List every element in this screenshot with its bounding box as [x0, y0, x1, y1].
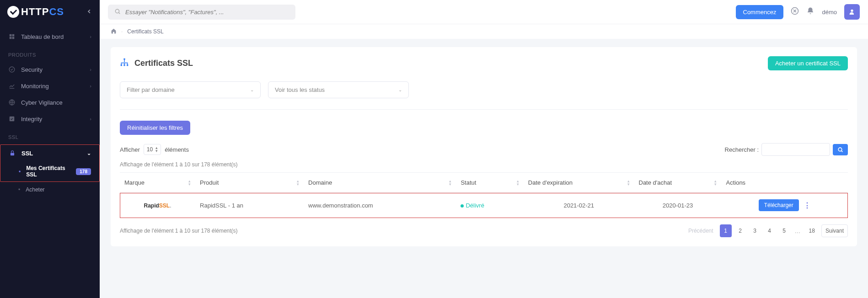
svg-rect-15 [127, 64, 128, 66]
sort-icon: ▴▾ [188, 180, 191, 186]
page-3[interactable]: 3 [749, 224, 761, 237]
search-icon [114, 8, 121, 16]
logo[interactable]: HTTPCS [7, 6, 64, 18]
page-length-select[interactable]: 10 ▴▾ [144, 144, 161, 155]
user-avatar[interactable] [844, 4, 860, 20]
page-prev[interactable]: Précédent [685, 224, 717, 237]
shield-check-icon [8, 66, 16, 73]
svg-line-9 [119, 12, 120, 14]
logo-check-icon [7, 6, 19, 18]
sidebar-item-label: Cyber Vigilance [21, 99, 63, 106]
sidebar-sub-label: Acheter [26, 186, 44, 193]
col-expiration[interactable]: Date d'expiration▴▾ [524, 173, 634, 193]
svg-line-17 [841, 150, 842, 151]
col-product[interactable]: Produit▴▾ [195, 173, 304, 193]
svg-rect-12 [123, 59, 125, 60]
download-button[interactable]: Télécharger [759, 199, 799, 211]
home-icon[interactable] [111, 28, 117, 35]
sort-icon: ▴▾ [517, 180, 519, 186]
filter-domain-select[interactable]: Filter par domaine ⌄ [120, 81, 261, 98]
search-input[interactable] [125, 9, 289, 16]
page-ellipsis: … [793, 228, 803, 234]
col-status[interactable]: Statut▴▾ [456, 173, 523, 193]
filter-status-label: Voir tous les status [275, 86, 325, 93]
page-5[interactable]: 5 [778, 224, 790, 237]
sidebar-item-label: Monitoring [21, 83, 49, 90]
certificates-table: Marque▴▾ Produit▴▾ Domaine▴▾ Statut▴▾ Da… [120, 172, 848, 218]
table-search-label: Rechercher : [725, 146, 759, 153]
help-icon[interactable] [791, 7, 799, 17]
sidebar-item-monitoring[interactable]: Monitoring › [0, 78, 100, 94]
chevron-down-icon: ⌄ [87, 150, 91, 156]
sidebar-item-security[interactable]: Security › [0, 61, 100, 78]
breadcrumb: · Certificats SSL [100, 24, 868, 39]
length-prefix: Afficher [120, 146, 140, 153]
main-panel: Certificats SSL Acheter un certificat SS… [111, 47, 857, 246]
status-dot-icon [461, 204, 464, 208]
sidebar-item-integrity[interactable]: Integrity › [0, 111, 100, 127]
svg-rect-7 [11, 153, 14, 155]
page-next[interactable]: Suivant [821, 224, 848, 237]
more-actions-icon[interactable]: ⋮ [804, 201, 811, 210]
sidebar-item-dashboard[interactable]: Tableau de bord › [0, 28, 100, 45]
global-search[interactable] [108, 5, 295, 20]
buy-certificate-button[interactable]: Acheter un certificat SSL [768, 56, 848, 70]
cell-actions: Télécharger ⋮ [721, 193, 848, 218]
svg-point-16 [838, 148, 842, 151]
page-2[interactable]: 2 [734, 224, 746, 237]
sort-icon: ▴▾ [297, 180, 299, 186]
chart-icon [8, 82, 16, 90]
table-search-input[interactable] [761, 143, 830, 156]
table-info-bottom: Affichage de l'élément 1 à 10 sur 178 él… [120, 228, 238, 234]
chevron-down-icon: ⌄ [398, 87, 402, 92]
cell-status: Délivré [456, 193, 523, 218]
sidebar-item-ssl[interactable]: SSL ⌄ [0, 145, 99, 161]
svg-rect-14 [123, 64, 125, 66]
globe-icon [8, 99, 16, 106]
svg-point-11 [851, 10, 853, 12]
sidebar-sub-my-certificates[interactable]: Mes Certificats SSL 178 [0, 161, 99, 181]
updown-icon: ▴▾ [155, 146, 158, 153]
notifications-icon[interactable] [806, 7, 814, 17]
chevron-right-icon: › [90, 83, 91, 89]
certificates-count-badge: 178 [76, 168, 91, 175]
filter-domain-label: Filter par domaine [127, 86, 175, 93]
sidebar-item-label: Integrity [21, 116, 42, 122]
page-length-value: 10 [147, 146, 153, 153]
filter-status-select[interactable]: Voir tous les status ⌄ [268, 81, 409, 98]
svg-rect-0 [10, 34, 12, 37]
col-purchase[interactable]: Date d'achat▴▾ [634, 173, 722, 193]
table-row: RapidSSL. RapidSSL - 1 an www.demonstrat… [120, 193, 848, 218]
col-domain[interactable]: Domaine▴▾ [304, 173, 456, 193]
sort-icon: ▴▾ [449, 180, 451, 186]
breadcrumb-current: Certificats SSL [127, 28, 163, 35]
table-info-top: Affichage de l'élément 1 à 10 sur 178 él… [120, 161, 848, 168]
sidebar-item-cyber-vigilance[interactable]: Cyber Vigilance [0, 94, 100, 111]
chevron-down-icon: ⌄ [250, 87, 254, 92]
svg-rect-1 [12, 34, 15, 37]
cell-brand: RapidSSL. [120, 193, 195, 218]
page-4[interactable]: 4 [764, 224, 776, 237]
chevron-right-icon: › [90, 67, 91, 72]
svg-rect-6 [10, 117, 15, 122]
collapse-sidebar-button[interactable] [86, 8, 92, 16]
cell-expiration: 2021-02-21 [524, 193, 634, 218]
sort-icon: ▴▾ [714, 180, 717, 186]
sidebar-item-label: Tableau de bord [21, 33, 64, 40]
pagination: Précédent 1 2 3 4 5 … 18 Suivant [685, 224, 848, 237]
cell-domain: www.demonstration.com [304, 193, 456, 218]
length-suffix: éléments [165, 146, 189, 153]
sidebar-sub-buy[interactable]: Acheter [0, 183, 100, 197]
page-1[interactable]: 1 [720, 224, 732, 237]
chevron-right-icon: › [90, 116, 91, 122]
col-brand[interactable]: Marque▴▾ [120, 173, 195, 193]
svg-point-8 [115, 9, 119, 13]
sidebar: HTTPCS Tableau de bord › PRODUITS Securi… [0, 0, 100, 298]
table-search-button[interactable] [833, 144, 848, 155]
reset-filters-button[interactable]: Réinitialiser les filtres [120, 121, 190, 135]
svg-rect-13 [121, 64, 122, 66]
start-button[interactable]: Commencez [736, 5, 784, 19]
chevron-right-icon: › [90, 34, 91, 39]
page-last[interactable]: 18 [805, 224, 819, 237]
sidebar-section-ssl: SSL [0, 127, 100, 144]
